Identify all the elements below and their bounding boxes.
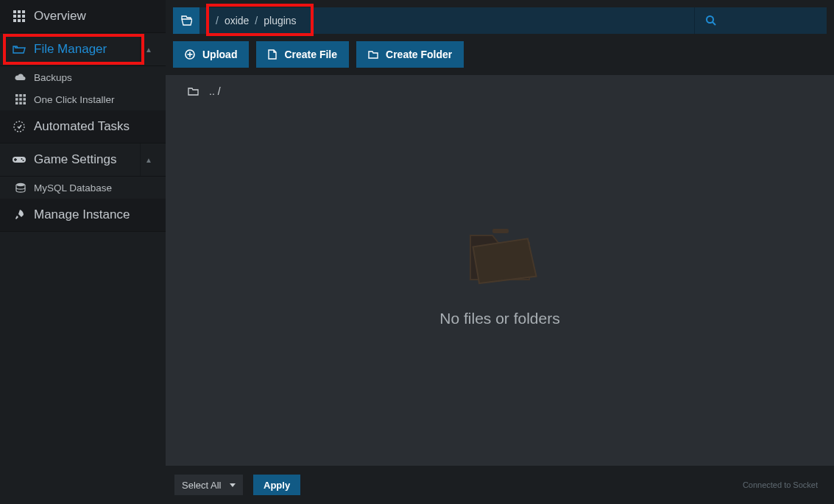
action-bar: Upload Create File Create Folder xyxy=(166,34,834,75)
footer-bar: Select All Apply Connected to Socket xyxy=(166,466,834,504)
svg-line-26 xyxy=(713,22,715,25)
socket-status: Connected to Socket xyxy=(743,480,825,489)
svg-rect-9 xyxy=(15,94,18,97)
empty-folder-icon xyxy=(456,217,544,291)
sidebar-sub-backups[interactable]: Backups xyxy=(0,66,166,88)
create-file-button[interactable]: Create File xyxy=(256,41,349,68)
svg-point-22 xyxy=(21,158,23,160)
svg-rect-5 xyxy=(22,15,25,18)
button-label: Create File xyxy=(284,49,337,60)
chevron-up-icon[interactable]: ▲ xyxy=(140,33,157,65)
svg-rect-6 xyxy=(13,19,16,22)
upload-button[interactable]: Upload xyxy=(173,41,249,68)
apply-button[interactable]: Apply xyxy=(253,475,300,495)
bulk-select-wrap: Select All xyxy=(174,475,243,495)
bulk-action-select[interactable]: Select All xyxy=(174,475,243,495)
svg-rect-4 xyxy=(18,15,21,18)
search-button[interactable] xyxy=(694,7,827,34)
svg-point-18 xyxy=(14,121,24,132)
file-icon xyxy=(268,49,277,60)
svg-rect-10 xyxy=(19,94,22,97)
svg-rect-13 xyxy=(19,98,22,101)
svg-rect-0 xyxy=(13,10,16,13)
svg-rect-3 xyxy=(13,15,16,18)
sidebar-label: Game Settings xyxy=(34,152,140,167)
svg-rect-1 xyxy=(18,10,21,13)
sidebar-sub-label: MySQL Database xyxy=(34,182,112,194)
svg-point-23 xyxy=(23,160,24,161)
svg-rect-7 xyxy=(18,19,21,22)
sidebar: Overview File Manager ▲ Backups One Clic… xyxy=(0,0,166,504)
database-icon xyxy=(10,182,31,193)
rocket-icon xyxy=(9,209,29,221)
sidebar-label: File Manager xyxy=(34,42,140,57)
breadcrumb-segment[interactable]: plugins xyxy=(264,15,296,26)
path-bar: / oxide / plugins xyxy=(173,7,827,34)
folder-open-icon xyxy=(9,44,29,54)
folder-icon xyxy=(368,50,378,59)
chevron-up-icon[interactable]: ▲ xyxy=(140,143,157,176)
breadcrumb-separator: / xyxy=(216,15,219,26)
file-listing: .. / No files or folders xyxy=(166,75,834,466)
button-label: Create Folder xyxy=(386,49,452,60)
main-panel: / oxide / plugins Upload Create File Cre… xyxy=(166,0,834,504)
sidebar-sub-label: Backups xyxy=(34,72,72,83)
svg-rect-16 xyxy=(19,102,22,105)
svg-rect-17 xyxy=(24,102,26,105)
svg-rect-15 xyxy=(15,102,18,105)
svg-rect-30 xyxy=(492,229,509,233)
path-home-button[interactable] xyxy=(173,7,199,34)
sidebar-item-overview[interactable]: Overview xyxy=(0,0,166,33)
breadcrumb[interactable]: / oxide / plugins xyxy=(199,7,694,34)
svg-rect-14 xyxy=(24,98,26,101)
gamepad-icon xyxy=(9,155,29,164)
cloud-icon xyxy=(10,73,31,82)
svg-rect-12 xyxy=(15,98,18,101)
svg-point-25 xyxy=(707,16,713,23)
sidebar-item-manage-instance[interactable]: Manage Instance xyxy=(0,199,166,232)
grid-icon xyxy=(10,94,31,104)
sidebar-sub-label: One Click Installer xyxy=(34,94,115,105)
svg-point-24 xyxy=(16,183,25,186)
sidebar-item-file-manager[interactable]: File Manager ▲ xyxy=(0,33,166,66)
sidebar-sub-one-click[interactable]: One Click Installer xyxy=(0,88,166,110)
grid-icon xyxy=(9,10,29,22)
empty-state: No files or folders xyxy=(166,78,834,466)
svg-rect-21 xyxy=(14,159,17,160)
sidebar-item-game-settings[interactable]: Game Settings ▲ xyxy=(0,143,166,177)
breadcrumb-separator: / xyxy=(255,15,258,26)
svg-rect-11 xyxy=(24,94,26,97)
sidebar-label: Manage Instance xyxy=(34,207,157,222)
create-folder-button[interactable]: Create Folder xyxy=(356,41,464,68)
breadcrumb-segment[interactable]: oxide xyxy=(225,15,249,26)
button-label: Upload xyxy=(202,49,237,60)
sidebar-sub-mysql[interactable]: MySQL Database xyxy=(0,177,166,199)
sidebar-label: Overview xyxy=(34,9,157,24)
empty-state-text: No files or folders xyxy=(439,310,559,327)
svg-rect-2 xyxy=(22,10,25,13)
sidebar-item-automated-tasks[interactable]: Automated Tasks xyxy=(0,110,166,143)
svg-rect-8 xyxy=(22,19,25,22)
sidebar-label: Automated Tasks xyxy=(34,119,157,134)
tasks-icon xyxy=(9,121,29,132)
upload-icon xyxy=(185,49,195,60)
